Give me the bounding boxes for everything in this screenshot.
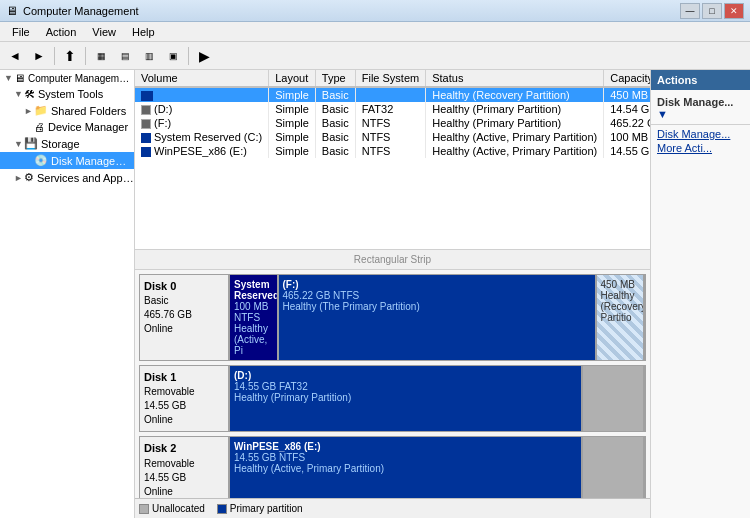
expand-icon — [24, 122, 34, 132]
menu-bar: File Action View Help — [0, 22, 750, 42]
partition-label: (D:) — [234, 370, 577, 381]
tree-item-disk-management[interactable]: 💿 Disk Management — [0, 152, 134, 169]
maximize-button[interactable]: □ — [702, 3, 722, 19]
partition-detail1: 465.22 GB NTFS — [283, 290, 591, 301]
table-cell-2: Basic — [315, 87, 355, 102]
table-cell-4: Healthy (Primary Partition) — [426, 102, 604, 116]
disk-size-1: 14.55 GB — [144, 399, 224, 413]
back-button[interactable]: ◄ — [4, 45, 26, 67]
legend-unallocated: Unallocated — [139, 503, 205, 514]
table-row[interactable]: SimpleBasicHealthy (Recovery Partition)4… — [135, 87, 650, 102]
partition-detail2: Healthy (Primary Partition) — [234, 392, 577, 403]
table-cell-2: Basic — [315, 116, 355, 130]
expand-icon: ▼ — [14, 89, 24, 99]
col-capacity[interactable]: Capacity — [604, 70, 650, 87]
menu-file[interactable]: File — [4, 24, 38, 40]
partition-2-unalloc — [583, 437, 645, 498]
tree-item-device-manager[interactable]: 🖨 Device Manager — [0, 119, 134, 135]
table-cell-0: (D:) — [135, 102, 269, 116]
table-cell-1: Simple — [269, 102, 316, 116]
minimize-button[interactable]: — — [680, 3, 700, 19]
table-cell-3 — [355, 87, 425, 102]
partition-0-1[interactable]: (F:) 465.22 GB NTFS Healthy (The Primary… — [279, 275, 597, 360]
action-section-disk: Disk Manage... ▼ Disk Manage... More Act… — [651, 90, 750, 159]
partition-label: WinPESE_x86 (E:) — [234, 441, 577, 452]
partition-detail2: Healthy (Recovery Partitio — [601, 290, 640, 323]
table-cell-0: (F:) — [135, 116, 269, 130]
table-cell-5: 100 MB — [604, 130, 650, 144]
col-status[interactable]: Status — [426, 70, 604, 87]
services-icon: ⚙ — [24, 171, 34, 184]
action-link-disk-manage[interactable]: Disk Manage... — [651, 127, 750, 141]
partition-0-2[interactable]: 450 MB Healthy (Recovery Partitio — [597, 275, 646, 360]
disk-type-2: Removable — [144, 457, 224, 471]
toolbar-separator3 — [188, 47, 189, 65]
disk-type-0: Basic — [144, 294, 224, 308]
partition-2-0[interactable]: WinPESE_x86 (E:) 14.55 GB NTFS Healthy (… — [230, 437, 583, 498]
computer-icon: 🖥 — [14, 72, 25, 84]
toolbar-icon4[interactable]: ▣ — [162, 45, 184, 67]
tree-label-device-manager: Device Manager — [48, 121, 128, 133]
table-cell-5: 14.55 GB — [604, 144, 650, 158]
map-placeholder-text: Rectangular Strip — [354, 254, 431, 265]
toolbar-icon3[interactable]: ▥ — [138, 45, 160, 67]
disk-partitions-2: WinPESE_x86 (E:) 14.55 GB NTFS Healthy (… — [230, 437, 645, 498]
table-cell-2: Basic — [315, 144, 355, 158]
table-row[interactable]: WinPESE_x86 (E:)SimpleBasicNTFSHealthy (… — [135, 144, 650, 158]
table-cell-4: Healthy (Primary Partition) — [426, 116, 604, 130]
disk-row-1: Disk 1 Removable 14.55 GB Online (D:) 14… — [139, 365, 646, 432]
tree-label-root: Computer Management (Loca — [28, 73, 134, 84]
table-cell-3: NTFS — [355, 116, 425, 130]
up-button[interactable]: ⬆ — [59, 45, 81, 67]
tools-icon: 🛠 — [24, 88, 35, 100]
table-cell-5: 465.22 GB — [604, 116, 650, 130]
toolbar-icon1[interactable]: ▦ — [90, 45, 112, 67]
disk-name-2: Disk 2 — [144, 441, 224, 456]
table-cell-4: Healthy (Active, Primary Partition) — [426, 144, 604, 158]
tree-label-shared-folders: Shared Folders — [51, 105, 126, 117]
partition-detail2: Healthy (Active, Pi — [234, 323, 273, 356]
col-volume[interactable]: Volume — [135, 70, 269, 87]
main-layout: ▼ 🖥 Computer Management (Loca ▼ 🛠 System… — [0, 70, 750, 518]
disk-info-1: Disk 1 Removable 14.55 GB Online — [140, 366, 230, 431]
tree-item-storage[interactable]: ▼ 💾 Storage — [0, 135, 134, 152]
forward-button[interactable]: ► — [28, 45, 50, 67]
tree-item-services[interactable]: ► ⚙ Services and Applications — [0, 169, 134, 186]
title-bar: 🖥 Computer Management — □ ✕ — [0, 0, 750, 22]
toolbar-separator — [54, 47, 55, 65]
tree-item-root[interactable]: ▼ 🖥 Computer Management (Loca — [0, 70, 134, 86]
partition-1-0[interactable]: (D:) 14.55 GB FAT32 Healthy (Primary Par… — [230, 366, 583, 431]
toolbar-icon2[interactable]: ▤ — [114, 45, 136, 67]
menu-view[interactable]: View — [84, 24, 124, 40]
table-cell-1: Simple — [269, 144, 316, 158]
table-cell-2: Basic — [315, 130, 355, 144]
table-cell-1: Simple — [269, 116, 316, 130]
table-cell-4: Healthy (Active, Primary Partition) — [426, 130, 604, 144]
menu-help[interactable]: Help — [124, 24, 163, 40]
partition-0-0[interactable]: System Reserved 100 MB NTFS Healthy (Act… — [230, 275, 279, 360]
disk-info-2: Disk 2 Removable 14.55 GB Online — [140, 437, 230, 498]
partition-1-unalloc — [583, 366, 645, 431]
table-row[interactable]: (D:)SimpleBasicFAT32Healthy (Primary Par… — [135, 102, 650, 116]
disk-table-area: Volume Layout Type File System Status Ca… — [135, 70, 650, 250]
tree-item-shared-folders[interactable]: ► 📁 Shared Folders — [0, 102, 134, 119]
partition-detail2: Healthy (Active, Primary Partition) — [234, 463, 577, 474]
tree-item-system-tools[interactable]: ▼ 🛠 System Tools — [0, 86, 134, 102]
partition-label: System Reserved — [234, 279, 273, 301]
table-cell-5: 450 MB — [604, 87, 650, 102]
partition-detail1: 450 MB — [601, 279, 640, 290]
expand-icon: ► — [14, 173, 24, 183]
menu-action[interactable]: Action — [38, 24, 85, 40]
right-pane: Actions Disk Manage... ▼ Disk Manage... … — [650, 70, 750, 518]
col-filesystem[interactable]: File System — [355, 70, 425, 87]
col-layout[interactable]: Layout — [269, 70, 316, 87]
col-type[interactable]: Type — [315, 70, 355, 87]
close-button[interactable]: ✕ — [724, 3, 744, 19]
table-row[interactable]: (F:)SimpleBasicNTFSHealthy (Primary Part… — [135, 116, 650, 130]
disk-status-2: Online — [144, 485, 224, 498]
folder-icon: 📁 — [34, 104, 48, 117]
table-row[interactable]: System Reserved (C:)SimpleBasicNTFSHealt… — [135, 130, 650, 144]
action-link-more[interactable]: More Acti... — [651, 141, 750, 155]
toolbar-icon5[interactable]: ▶ — [193, 45, 215, 67]
disk-size-2: 14.55 GB — [144, 471, 224, 485]
